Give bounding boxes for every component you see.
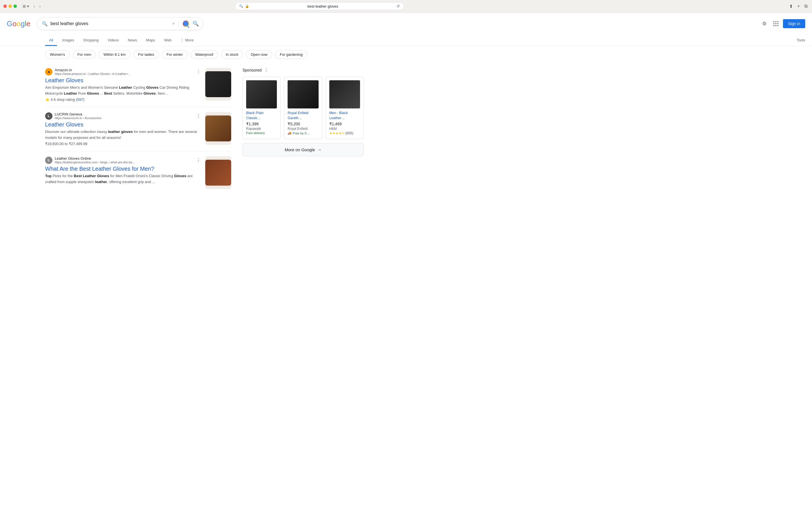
result-snippet-1: Aim Emporium Men's and Women's Genuine L… <box>45 85 201 96</box>
logo-o1: o <box>12 19 16 28</box>
product-store-3: H&M <box>329 127 360 131</box>
tab-all[interactable]: All <box>45 35 57 46</box>
more-on-google-btn[interactable]: More on Google → <box>243 143 364 156</box>
google-logo: Google <box>7 19 31 28</box>
product-image-2 <box>288 80 318 108</box>
product-title-1: Black Plain Classic… <box>246 111 277 121</box>
filter-for-ladies[interactable]: For ladies <box>133 50 159 59</box>
logo-e: e <box>26 19 30 28</box>
filter-waterproof[interactable]: Waterproof <box>191 50 218 59</box>
search-nav: All Images Shopping Videos News Maps Web… <box>0 33 812 46</box>
fullscreen-window-btn[interactable] <box>13 4 17 8</box>
google-page: Google 🔍 × 🔍 ⚙ <box>0 13 812 506</box>
product-title-3: Men - Black Leather… <box>329 111 360 121</box>
filter-within-8km[interactable]: Within 8.1 km <box>99 50 131 59</box>
search-submit-btn[interactable]: 🔍 <box>193 20 199 27</box>
filter-womens[interactable]: Women's <box>45 50 70 59</box>
result-item: a Amazon.in https://www.amazon.in › Leat… <box>45 63 231 107</box>
tab-videos[interactable]: Videos <box>104 35 123 46</box>
new-tab-btn[interactable]: + <box>796 3 801 10</box>
tab-images[interactable]: Images <box>58 35 78 46</box>
sponsored-header: Sponsored ⋮ <box>243 67 364 73</box>
main-content: a Amazon.in https://www.amazon.in › Leat… <box>0 63 812 194</box>
tab-more[interactable]: ⋮ More <box>176 35 197 46</box>
product-store-1: Rapawalk <box>246 127 277 131</box>
source-name-2: LUCRIN Geneva <box>55 112 101 116</box>
star-rating-1: ⭐ <box>45 98 50 102</box>
filter-in-stock[interactable]: In stock <box>221 50 243 59</box>
product-card-2[interactable]: Royal Enfield Gareth… ₹5,200 Royal Enfie… <box>284 76 322 139</box>
result-item-3: L Leather Gloves Online https://leatherg… <box>45 151 231 194</box>
delivery-text-2: Free by 0… <box>293 131 310 135</box>
apps-btn[interactable] <box>771 19 781 29</box>
result-more-btn-3[interactable]: ⋮ <box>196 158 201 163</box>
search-input[interactable] <box>50 21 168 26</box>
tab-web[interactable]: Web <box>160 35 175 46</box>
source-info-1: Amazon.in https://www.amazon.in › Leathe… <box>55 68 131 75</box>
source-favicon-amazon: a <box>45 68 52 75</box>
product-cards: Black Plain Classic… ₹1,399 Rapawalk Fre… <box>243 76 364 139</box>
result-title-1[interactable]: Leather Gloves <box>45 77 201 83</box>
result-meta-1: ⭐ 4.6 shop rating (597) <box>45 98 201 102</box>
tab-maps[interactable]: Maps <box>142 35 159 46</box>
product-image-3 <box>329 80 360 108</box>
apps-grid-icon <box>773 21 778 26</box>
result-title-3[interactable]: What Are the Best Leather Gloves for Men… <box>45 166 201 172</box>
rating-count-3: (605) <box>345 131 353 135</box>
result-more-btn-2[interactable]: ⋮ <box>196 113 201 119</box>
more-on-google-arrow: → <box>317 147 321 152</box>
browser-actions: ⬆ + ⧉ <box>788 3 809 10</box>
tab-news[interactable]: News <box>124 35 141 46</box>
settings-btn[interactable]: ⚙ <box>760 18 769 29</box>
minimize-window-btn[interactable] <box>8 4 12 8</box>
logo-o2: o <box>17 19 20 28</box>
source-favicon-lgo: L <box>45 157 52 164</box>
source-url-2: https://www.lucrin.in › Accessories <box>55 116 101 120</box>
share-btn[interactable]: ⬆ <box>788 3 794 10</box>
result-item-2: L LUCRIN Geneva https://www.lucrin.in › … <box>45 107 231 151</box>
product-card-3[interactable]: Men - Black Leather… ₹1,499 H&M ★★★★½ (6… <box>326 76 364 139</box>
address-bar[interactable]: 🔍 🔒 best leather gloves ↺ <box>235 2 404 10</box>
sidebar-toggle-btn[interactable]: ⊞ ▾ <box>21 3 30 10</box>
google-header: Google 🔍 × 🔍 ⚙ <box>0 13 812 30</box>
product-title-2: Royal Enfield Gareth… <box>288 111 318 121</box>
sponsored-menu-btn[interactable]: ⋮ <box>264 67 268 73</box>
result-text-3: L Leather Gloves Online https://leatherg… <box>45 156 201 185</box>
google-lens-btn[interactable] <box>182 20 190 27</box>
product-card-1[interactable]: Black Plain Classic… ₹1,399 Rapawalk Fre… <box>243 76 281 139</box>
result-image-1 <box>205 68 231 101</box>
back-btn[interactable]: ‹ <box>33 3 36 10</box>
result-source-2: L LUCRIN Geneva https://www.lucrin.in › … <box>45 112 201 120</box>
divider <box>179 20 179 27</box>
result-more-btn-1[interactable]: ⋮ <box>196 69 201 74</box>
tools-btn[interactable]: Tools <box>793 35 812 46</box>
glove-image-brown <box>205 115 231 142</box>
forward-btn[interactable]: › <box>38 3 42 10</box>
tabs-btn[interactable]: ⧉ <box>803 3 809 10</box>
source-favicon-lucrin: L <box>45 112 52 120</box>
result-text-2: L LUCRIN Geneva https://www.lucrin.in › … <box>45 112 201 146</box>
header-right: ⚙ Sign in <box>760 18 805 29</box>
filter-for-men[interactable]: For men <box>73 50 96 59</box>
sponsored-label: Sponsored <box>243 68 262 72</box>
result-image-3 <box>205 156 231 189</box>
result-source-1: a Amazon.in https://www.amazon.in › Leat… <box>45 68 201 75</box>
result-meta-2: ₹19,600.00 to ₹27,499.99 <box>45 142 201 146</box>
lens-icon <box>183 20 189 27</box>
filter-for-winter[interactable]: For winter <box>162 50 188 59</box>
search-icon: 🔍 <box>42 21 48 26</box>
truck-icon: 🚚 <box>288 131 292 135</box>
filter-open-now[interactable]: Open now <box>246 50 272 59</box>
result-source-3: L Leather Gloves Online https://leatherg… <box>45 156 201 164</box>
reload-btn[interactable]: ↺ <box>396 4 400 8</box>
close-window-btn[interactable] <box>3 4 7 8</box>
tab-shopping[interactable]: Shopping <box>79 35 103 46</box>
source-url-1: https://www.amazon.in › Leather-Gloves ›… <box>55 72 131 75</box>
filter-for-gardening[interactable]: For gardening <box>275 50 307 59</box>
sidebar-column: Sponsored ⋮ Black Plain Classic… ₹1,399 … <box>243 63 364 194</box>
sign-in-btn[interactable]: Sign in <box>783 19 805 28</box>
source-url-3: https://leatherglovesonline.com › blogs … <box>55 161 135 164</box>
search-clear-btn[interactable]: × <box>171 21 176 26</box>
result-title-2[interactable]: Leather Gloves <box>45 121 201 128</box>
sponsored-section: Sponsored ⋮ Black Plain Classic… ₹1,399 … <box>243 63 364 161</box>
